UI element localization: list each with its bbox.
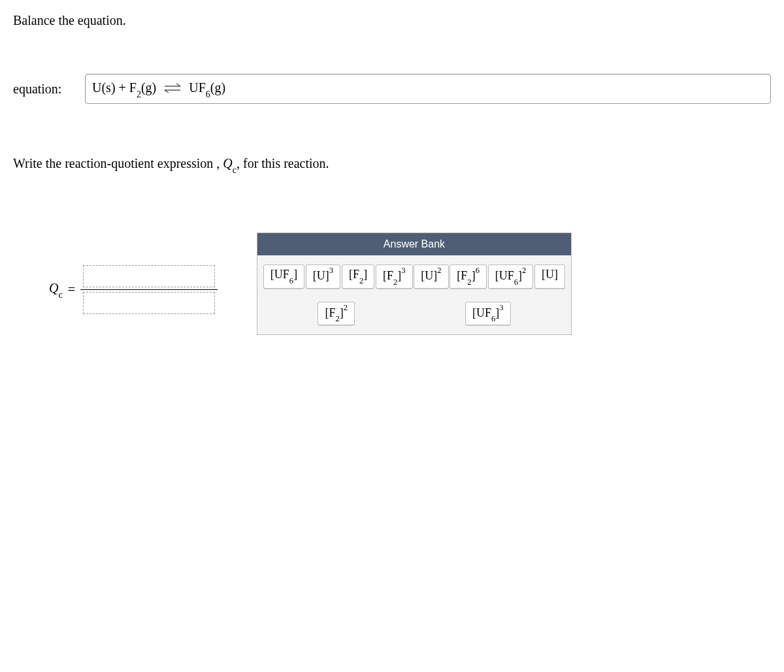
numerator-drop-zone[interactable] — [83, 265, 215, 287]
answer-tile[interactable]: [U] — [534, 264, 565, 289]
equation-text: U(s) + F2(g) UF6(g) — [92, 80, 225, 98]
answer-tile[interactable]: [UF6]2 — [488, 264, 534, 289]
answer-tile[interactable]: [F2]2 — [318, 302, 355, 326]
answer-tile[interactable]: [F2]3 — [376, 264, 413, 289]
qc-row: Qc = Answer Bank [UF6][U]3[F2][F2]3[U]2[… — [13, 232, 771, 335]
qc-expression: Qc = — [49, 265, 218, 314]
answer-tile[interactable]: [U]2 — [414, 264, 448, 289]
answer-tile[interactable]: [UF6]3 — [465, 302, 511, 326]
equation-input[interactable]: U(s) + F2(g) UF6(g) — [85, 74, 771, 104]
answer-tile[interactable]: [F2]6 — [449, 264, 487, 289]
answer-bank-header: Answer Bank — [257, 233, 571, 255]
write-qc-prompt: Write the reaction-quotient expression ,… — [13, 156, 771, 174]
qc-fraction — [80, 265, 218, 314]
balance-prompt: Balance the equation. — [13, 13, 771, 28]
equation-label: equation: — [13, 82, 72, 97]
equilibrium-arrows-icon — [163, 84, 182, 93]
answer-bank: Answer Bank [UF6][U]3[F2][F2]3[U]2[F2]6[… — [257, 232, 572, 335]
answer-tile[interactable]: [F2] — [342, 264, 374, 289]
answer-tile[interactable]: [UF6] — [263, 264, 304, 289]
answer-tile[interactable]: [U]3 — [306, 264, 340, 289]
answer-bank-body: [UF6][U]3[F2][F2]3[U]2[F2]6[UF6]2[U][F2]… — [257, 255, 571, 334]
denominator-drop-zone[interactable] — [83, 292, 215, 314]
equation-row: equation: U(s) + F2(g) UF6(g) — [13, 74, 771, 104]
fraction-bar — [80, 289, 218, 290]
